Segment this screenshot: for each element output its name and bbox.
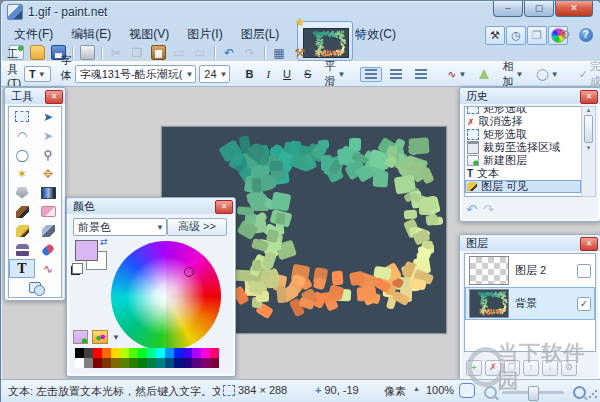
menu-item[interactable]: 图片(I) bbox=[178, 25, 231, 42]
antialias-button[interactable] bbox=[474, 67, 494, 81]
history-scrollbar[interactable]: ▲▼ bbox=[581, 106, 596, 197]
tool-lasso[interactable]: ◠ bbox=[9, 126, 35, 145]
advanced-button[interactable]: 高级 >> bbox=[167, 218, 227, 236]
menu-item[interactable]: 文件(F) bbox=[5, 25, 62, 42]
paste-button[interactable] bbox=[149, 45, 167, 61]
palette-swatch[interactable] bbox=[210, 358, 219, 368]
move-layer-down-button[interactable]: ↓ bbox=[542, 360, 558, 376]
print-button[interactable] bbox=[78, 45, 96, 61]
grid-button[interactable]: ▦ bbox=[270, 45, 288, 61]
history-panel-close-icon[interactable]: ✕ bbox=[580, 90, 598, 104]
tool-stamp[interactable] bbox=[9, 240, 35, 259]
align-left-button[interactable] bbox=[360, 67, 382, 82]
palette-swatch[interactable] bbox=[93, 358, 102, 368]
tool-magic-wand[interactable]: ✶ bbox=[9, 164, 35, 183]
italic-button[interactable]: I bbox=[261, 66, 275, 82]
layer-row[interactable]: 图层 2 bbox=[465, 254, 595, 287]
history-item[interactable]: 图层 可见 bbox=[465, 180, 581, 193]
palette-swatch[interactable] bbox=[165, 358, 174, 368]
tool-zoom[interactable]: ⚲ bbox=[35, 145, 61, 164]
palette-swatch[interactable] bbox=[138, 358, 147, 368]
palette-swatch[interactable] bbox=[111, 348, 120, 358]
tool-rect-select[interactable] bbox=[9, 107, 35, 126]
layers-toggle-button[interactable]: ❐ bbox=[527, 26, 547, 45]
tool-brush[interactable] bbox=[9, 202, 35, 221]
palette-swatch[interactable] bbox=[84, 348, 93, 358]
palette-swatch[interactable] bbox=[165, 348, 174, 358]
resize-grip[interactable] bbox=[588, 389, 598, 399]
reset-colors-icon[interactable] bbox=[72, 263, 83, 274]
undo-button[interactable]: ↶ bbox=[220, 45, 238, 61]
tool-pan[interactable]: ✥ bbox=[35, 164, 61, 183]
palette-swatch[interactable] bbox=[174, 358, 183, 368]
add-color-icon[interactable] bbox=[73, 330, 88, 344]
close-button[interactable]: ✕ bbox=[555, 1, 593, 17]
strikethrough-button[interactable]: S bbox=[299, 66, 316, 82]
open-file-button[interactable] bbox=[28, 45, 46, 61]
render-mode-button[interactable]: ∿▼ bbox=[442, 66, 471, 83]
layers-panel-close-icon[interactable]: ✕ bbox=[580, 237, 598, 251]
menu-item[interactable]: 图层(L) bbox=[232, 25, 289, 42]
palette-swatch[interactable] bbox=[174, 348, 183, 358]
palette-swatch[interactable] bbox=[183, 348, 192, 358]
tool-move-selection[interactable]: ➤ bbox=[35, 126, 61, 145]
history-redo-icon[interactable]: ↷ bbox=[483, 202, 494, 217]
palette-swatch[interactable] bbox=[75, 358, 84, 368]
tool-eraser[interactable] bbox=[35, 202, 61, 221]
font-size-select[interactable]: 24▼ bbox=[199, 65, 230, 83]
palette-swatch[interactable] bbox=[183, 358, 192, 368]
foreground-color-swatch[interactable] bbox=[75, 240, 98, 261]
palette-swatch[interactable] bbox=[138, 348, 147, 358]
color-wheel-selector[interactable] bbox=[184, 267, 194, 277]
palette-swatch[interactable] bbox=[120, 358, 129, 368]
swap-colors-icon[interactable]: ⇄ bbox=[100, 237, 108, 247]
tool-gradient[interactable] bbox=[35, 183, 61, 202]
palette-swatch[interactable] bbox=[111, 358, 120, 368]
layer-properties-button[interactable]: ⚙ bbox=[561, 360, 577, 376]
tool-recolor[interactable] bbox=[35, 240, 61, 259]
palette-swatch[interactable] bbox=[102, 358, 111, 368]
palette-swatch[interactable] bbox=[102, 348, 111, 358]
palette-swatch[interactable] bbox=[210, 348, 219, 358]
move-layer-up-button[interactable]: ↑ bbox=[523, 360, 539, 376]
tool-bucket[interactable] bbox=[9, 183, 35, 202]
zoom-in-icon[interactable] bbox=[573, 386, 586, 399]
palette-swatch[interactable] bbox=[75, 348, 84, 358]
history-undo-icon[interactable]: ↶ bbox=[466, 202, 477, 217]
zoom-slider[interactable] bbox=[502, 391, 564, 394]
tool-ellipse-select[interactable]: ◯ bbox=[9, 145, 35, 164]
font-family-select[interactable]: 字魂131号-酷乐潮玩(▼ bbox=[75, 65, 197, 83]
color-wheel[interactable] bbox=[111, 241, 221, 351]
menu-item[interactable]: 编辑(E) bbox=[62, 25, 120, 42]
tool-move-pixels[interactable]: ➤ bbox=[35, 107, 61, 126]
palette-swatch[interactable] bbox=[192, 358, 201, 368]
palette-manager-icon[interactable] bbox=[92, 330, 108, 344]
tab-list-dropdown-icon[interactable]: ▼ bbox=[356, 31, 365, 41]
palette-swatch[interactable] bbox=[192, 348, 201, 358]
palette-swatch[interactable] bbox=[120, 348, 129, 358]
palette-swatch[interactable] bbox=[129, 348, 138, 358]
palette-swatch[interactable] bbox=[201, 358, 210, 368]
palette-dropdown-icon[interactable]: ▼ bbox=[112, 333, 120, 342]
zoom-out-icon[interactable] bbox=[484, 386, 497, 399]
minimize-button[interactable]: – bbox=[493, 1, 523, 17]
help-icon[interactable]: ? bbox=[579, 28, 593, 42]
layer-row[interactable]: 背景✓ bbox=[465, 287, 595, 320]
history-toggle-button[interactable]: ◷ bbox=[506, 26, 526, 45]
zoom-slider-thumb[interactable] bbox=[528, 386, 539, 401]
palette-swatch[interactable] bbox=[156, 358, 165, 368]
tool-text[interactable]: T bbox=[9, 259, 35, 278]
delete-layer-button[interactable]: ✗ bbox=[485, 360, 501, 376]
layer-visible-checkbox[interactable]: ✓ bbox=[577, 297, 591, 311]
underline-button[interactable]: U bbox=[278, 66, 296, 82]
settings-gear-icon[interactable]: ⚙ bbox=[559, 27, 571, 42]
add-layer-button[interactable]: ＋ bbox=[466, 360, 482, 376]
tool-line-curve[interactable]: ∿ bbox=[35, 259, 61, 278]
palette-swatch[interactable] bbox=[93, 348, 102, 358]
selection-mode-button[interactable]: ◯▼ bbox=[531, 66, 563, 83]
palette-swatch[interactable] bbox=[201, 348, 210, 358]
tools-toggle-button[interactable]: ⚒ bbox=[485, 26, 505, 45]
tool-pencil[interactable] bbox=[9, 221, 35, 240]
tool-shapes[interactable] bbox=[9, 278, 61, 297]
palette-swatch[interactable] bbox=[147, 358, 156, 368]
